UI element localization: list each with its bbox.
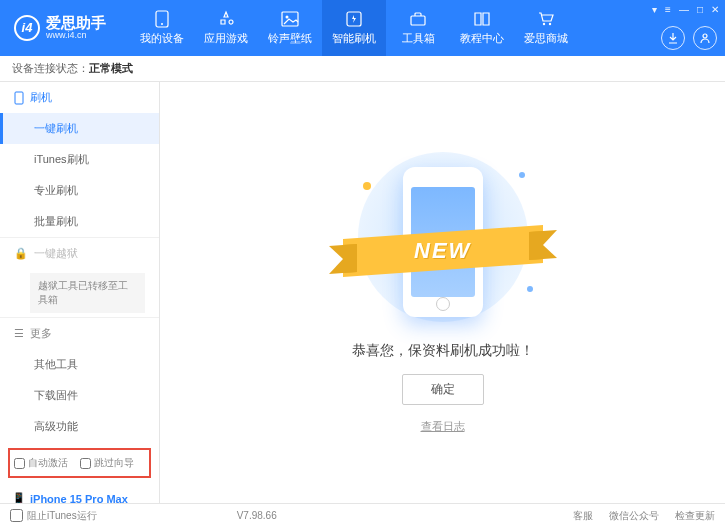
close-icon[interactable]: ✕ [711,4,719,15]
auto-activate-checkbox[interactable]: 自动激活 [14,456,68,470]
status-value: 正常模式 [89,61,133,76]
download-button[interactable] [661,26,685,50]
flash-icon [344,10,364,28]
sidebar-group-more[interactable]: ☰ 更多 [0,317,159,349]
tab-apps[interactable]: 应用游戏 [194,0,258,56]
cart-icon [536,10,556,28]
svg-point-7 [549,23,551,25]
status-label: 设备连接状态： [12,61,89,76]
toolbox-icon [408,10,428,28]
sidebar-item-batch[interactable]: 批量刷机 [0,206,159,237]
logo-icon: i4 [14,15,40,41]
maximize-icon[interactable]: □ [697,4,703,15]
header-actions [661,26,717,50]
user-button[interactable] [693,26,717,50]
lock-icon: 🔒 [14,247,28,260]
svg-point-6 [543,23,545,25]
settings-icon[interactable]: ≡ [665,4,671,15]
view-log-link[interactable]: 查看日志 [421,419,465,434]
tab-flash[interactable]: 智能刷机 [322,0,386,56]
footer-link-update[interactable]: 检查更新 [675,509,715,523]
svg-rect-9 [15,92,23,104]
sidebar-group-flash[interactable]: 刷机 [0,82,159,113]
app-url: www.i4.cn [46,31,106,41]
jailbreak-note: 越狱工具已转移至工具箱 [30,273,145,313]
sidebar-item-firmware[interactable]: 下载固件 [0,380,159,411]
more-icon: ☰ [14,327,24,340]
nav-tabs: 我的设备 应用游戏 铃声壁纸 智能刷机 工具箱 教程中心 爱思商城 [130,0,578,56]
tab-toolbox[interactable]: 工具箱 [386,0,450,56]
app-logo: i4 爱思助手 www.i4.cn [0,15,120,41]
phone-small-icon [14,91,24,105]
sidebar-item-advanced[interactable]: 高级功能 [0,411,159,442]
version-label: V7.98.66 [237,510,277,521]
sidebar-group-jailbreak[interactable]: 🔒 一键越狱 [0,237,159,269]
sidebar-item-other[interactable]: 其他工具 [0,349,159,380]
sidebar: 刷机 一键刷机 iTunes刷机 专业刷机 批量刷机 🔒 一键越狱 越狱工具已转… [0,82,160,503]
tab-store[interactable]: 爱思商城 [514,0,578,56]
block-itunes-checkbox[interactable]: 阻止iTunes运行 [10,509,97,523]
ok-button[interactable]: 确定 [402,374,484,405]
book-icon [472,10,492,28]
footer-link-support[interactable]: 客服 [573,509,593,523]
menu-icon[interactable]: ▾ [652,4,657,15]
svg-point-1 [161,23,163,25]
apps-icon [216,10,236,28]
app-header: i4 爱思助手 www.i4.cn 我的设备 应用游戏 铃声壁纸 智能刷机 工具… [0,0,725,56]
window-controls: ▾ ≡ — □ ✕ [652,4,719,15]
flash-options: 自动激活 跳过向导 [8,448,151,478]
device-icon: 📱 [12,492,26,503]
sidebar-item-pro[interactable]: 专业刷机 [0,175,159,206]
device-info[interactable]: 📱iPhone 15 Pro Max 512GB iPhone [0,484,159,503]
footer: 阻止iTunes运行 V7.98.66 客服 微信公众号 检查更新 [0,503,725,527]
svg-rect-5 [411,16,425,25]
sidebar-item-oneclick[interactable]: 一键刷机 [0,113,159,144]
sidebar-item-itunes[interactable]: iTunes刷机 [0,144,159,175]
image-icon [280,10,300,28]
phone-icon [152,10,172,28]
main-content: NEW 恭喜您，保资料刷机成功啦！ 确定 查看日志 [160,82,725,503]
svg-point-3 [286,16,289,19]
success-illustration: NEW [343,152,543,332]
app-title: 爱思助手 [46,15,106,32]
tab-my-device[interactable]: 我的设备 [130,0,194,56]
skip-wizard-checkbox[interactable]: 跳过向导 [80,456,134,470]
device-name: iPhone 15 Pro Max [30,493,128,504]
status-bar: 设备连接状态： 正常模式 [0,56,725,82]
tab-tutorials[interactable]: 教程中心 [450,0,514,56]
tab-ringtones[interactable]: 铃声壁纸 [258,0,322,56]
svg-point-8 [703,34,707,38]
minimize-icon[interactable]: — [679,4,689,15]
ribbon-text: NEW [414,238,471,264]
footer-link-wechat[interactable]: 微信公众号 [609,509,659,523]
success-message: 恭喜您，保资料刷机成功啦！ [352,342,534,360]
